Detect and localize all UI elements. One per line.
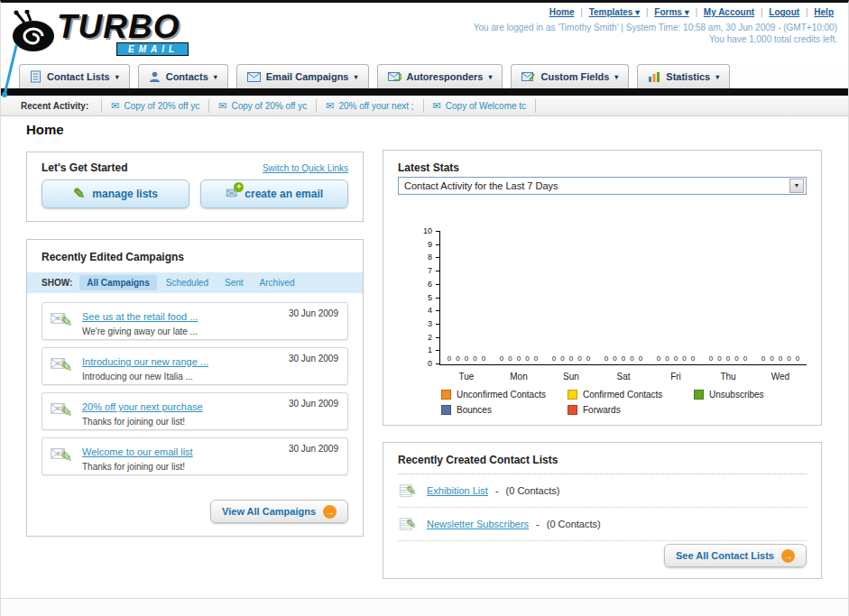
legend-item: Confirmed Contacts [568, 390, 694, 400]
top-link-forms[interactable]: Forms ▾ [654, 7, 688, 17]
link-separator: | [577, 7, 585, 17]
plus-badge-icon: + [234, 182, 244, 192]
logo-swoosh-decoration [1, 42, 21, 102]
legend-swatch [441, 390, 451, 400]
campaign-title-link[interactable]: See us at the retail food ... [82, 311, 198, 322]
bar-value: 0 [613, 354, 616, 363]
campaign-subtitle: Thanks for joining our list! [82, 462, 340, 472]
filter-all-campaigns[interactable]: All Campaigns [79, 275, 156, 290]
campaign-filter-bar: SHOW: All CampaignsScheduledSentArchived [27, 272, 363, 293]
x-axis-label: Fri [650, 372, 702, 382]
bar-value: 0 [796, 354, 799, 363]
link-separator: | [758, 7, 765, 17]
arrow-right-icon: → [781, 549, 795, 563]
see-all-contact-lists-label: See All Contact Lists [676, 550, 774, 561]
paper-pencil-icon: ▤✎ [398, 515, 420, 533]
bar-value: 0 [586, 354, 590, 363]
legend-item: Bounces [441, 405, 568, 415]
bar-value: 0 [709, 354, 713, 363]
bar-value: 0 [534, 354, 538, 363]
y-axis-tick-label: 8 [428, 253, 432, 262]
legend-label: Confirmed Contacts [583, 390, 662, 400]
switch-to-quick-links-link[interactable]: Switch to Quick Links [263, 163, 348, 173]
campaign-subtitle: We're giving away our late ... [82, 326, 340, 336]
contact-list-row: ▤✎Newsletter Subscribers-(0 Contacts) [398, 508, 807, 541]
campaign-row: ✉✎See us at the retail food ...We're giv… [42, 302, 348, 340]
contacts-icon [149, 70, 161, 83]
campaign-subtitle: Thanks for joining our list! [82, 417, 340, 427]
chart-legend: Unconfirmed ContactsConfirmed ContactsUn… [441, 390, 838, 415]
bar-value: 0 [691, 354, 695, 363]
campaign-title-link[interactable]: Introducing our new range ... [82, 356, 208, 367]
filter-archived[interactable]: Archived [253, 275, 302, 290]
manage-lists-button[interactable]: ✎ manage lists [42, 179, 189, 208]
recent-activity-item[interactable]: ✉Copy of 20% off yc [101, 99, 209, 113]
top-link-my-account[interactable]: My Account [704, 7, 754, 17]
link-separator: | [643, 7, 651, 17]
tab-label: Statistics [666, 71, 710, 82]
filter-scheduled[interactable]: Scheduled [159, 275, 216, 290]
filter-sent[interactable]: Sent [217, 275, 251, 290]
bar-value: 0 [674, 354, 678, 363]
tab-statistics[interactable]: Statistics▾ [637, 64, 730, 88]
create-email-button[interactable]: ✉+ create an email [200, 179, 348, 208]
campaign-date: 30 Jun 2009 [289, 444, 338, 454]
stats-dropdown-value: Contact Activity for the Last 7 Days [404, 180, 558, 191]
recent-activity-item[interactable]: ✉20% off your next ; [317, 99, 423, 113]
tab-label: Email Campaigns [266, 71, 349, 82]
chevron-down-icon: ▾ [354, 73, 357, 81]
bar-value: 0 [665, 354, 669, 363]
campaign-title-link[interactable]: Welcome to our email list [82, 446, 193, 457]
campaign-title-link[interactable]: 20% off your next purchase [82, 401, 203, 412]
campaign-date: 30 Jun 2009 [289, 399, 338, 409]
stats-activity-dropdown[interactable]: Contact Activity for the Last 7 Days ▼ [398, 177, 807, 195]
pencil-icon: ✎ [73, 187, 85, 201]
envelope-pencil-icon: ✉✎ [50, 309, 77, 333]
header: TURBO EMAIL Home | Templates ▾ | Forms ▾… [1, 3, 848, 62]
bar-value: 0 [577, 354, 581, 363]
contact-list-link[interactable]: Newsletter Subscribers [427, 519, 529, 529]
bar-value: 0 [761, 354, 765, 363]
see-all-contact-lists-button[interactable]: See All Contact Lists → [664, 544, 807, 567]
bar-value-labels: 00000 [545, 354, 597, 363]
logo-title: TURBO [57, 8, 180, 46]
bar-value: 0 [517, 354, 521, 363]
tab-autoresponders[interactable]: Autoresponders▾ [377, 64, 503, 88]
logo-subtitle: EMAIL [116, 42, 189, 56]
contact-list-row: ▤✎Exhibition List-(0 Contacts) [398, 474, 807, 508]
contact-list-link[interactable]: Exhibition List [427, 485, 488, 496]
legend-label: Forwards [583, 405, 621, 415]
chart-group: 00000Sun [545, 232, 597, 364]
tab-contacts[interactable]: Contacts▾ [138, 64, 228, 88]
show-label: SHOW: [42, 278, 72, 288]
bar-value: 0 [682, 354, 686, 363]
tab-custom-fields[interactable]: Custom Fields▾ [511, 64, 629, 88]
envelope-plus-icon: ✉+ [226, 187, 237, 201]
top-link-templates[interactable]: Templates ▾ [589, 7, 641, 17]
activity-item-label: 20% off your next ; [338, 101, 413, 111]
campaign-subtitle: Introducing our new Italia ... [82, 372, 340, 382]
email-campaigns-icon [247, 72, 261, 82]
recent-activity-item[interactable]: ✉Copy of Welcome tc [424, 99, 537, 113]
main-nav-tabs: Contact Lists▾Contacts▾Email Campaigns▾A… [1, 64, 848, 88]
turbo-email-logo[interactable]: TURBO EMAIL [10, 6, 263, 57]
view-all-campaigns-button[interactable]: View All Campaigns → [210, 500, 348, 523]
tab-contact-lists[interactable]: Contact Lists▾ [19, 64, 130, 88]
top-link-home[interactable]: Home [549, 7, 575, 17]
chevron-down-icon: ▾ [488, 73, 492, 81]
top-link-logout[interactable]: Logout [769, 7, 799, 17]
tab-email-campaigns[interactable]: Email Campaigns▾ [236, 64, 369, 88]
chevron-down-icon: ▾ [614, 73, 618, 81]
legend-label: Unsubscribes [709, 390, 764, 400]
activity-item-label: Copy of 20% off yc [231, 101, 307, 111]
recent-activity-item[interactable]: ✉Copy of 20% off yc [209, 99, 317, 113]
bar-value-labels: 00000 [754, 354, 807, 363]
create-email-label: create an email [245, 188, 323, 200]
credits-info: You have 1,000 total credits left. [709, 34, 837, 44]
top-link-help[interactable]: Help [814, 7, 834, 17]
y-axis-tick-label: 10 [423, 226, 432, 235]
y-axis-tick-label: 1 [428, 345, 432, 354]
bar-value: 0 [717, 354, 721, 363]
footer-strip [1, 598, 848, 616]
bar-value: 0 [525, 354, 529, 363]
